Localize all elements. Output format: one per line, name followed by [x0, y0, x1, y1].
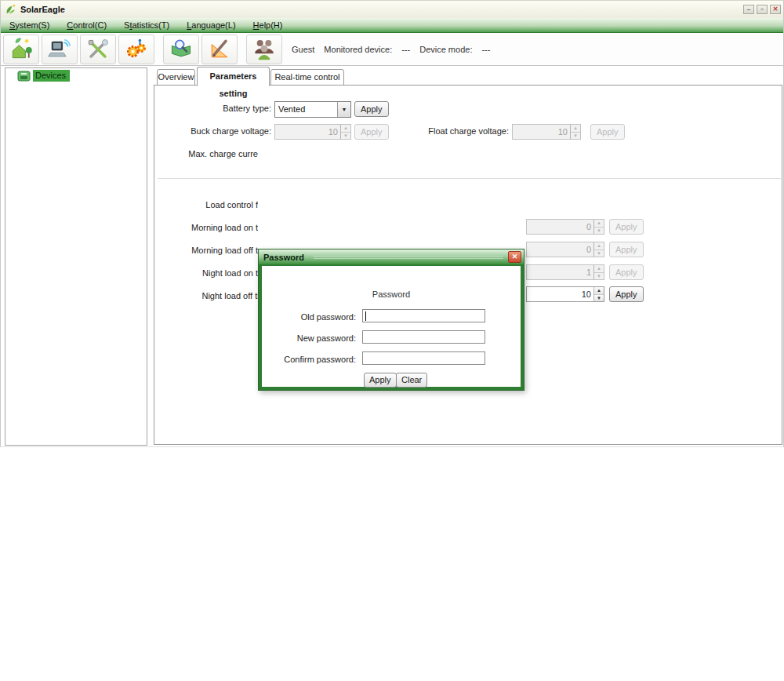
maximize-icon[interactable]	[757, 5, 768, 14]
password-heading: Password	[262, 290, 521, 299]
device-icon	[17, 71, 31, 82]
chevron-down-icon[interactable]: ▼	[337, 102, 350, 117]
dialog-clear-button[interactable]: Clear	[396, 373, 427, 388]
spinner-arrows-icon: ▲▼	[570, 125, 580, 139]
night-load-off-label: Night load off time:	[154, 291, 274, 300]
float-voltage-input: 10▲▼	[512, 124, 581, 140]
section-divider	[158, 178, 781, 179]
search-book-icon	[169, 37, 194, 62]
menu-bar: System(S) Control(C) Statistics(T) Langu…	[1, 18, 783, 33]
battery-type-label: Battery type:	[154, 104, 271, 113]
password-dialog-titlebar[interactable]: Password ✕	[259, 249, 524, 264]
close-icon[interactable]	[770, 5, 781, 14]
menu-help[interactable]: Help(H)	[245, 18, 292, 32]
buck-voltage-label: Buck charge voltage:	[154, 126, 271, 136]
minimize-icon[interactable]	[743, 5, 754, 14]
home-button[interactable]	[3, 35, 39, 64]
battery-type-value: Vented	[275, 102, 337, 117]
right-row3-apply-button: Apply	[609, 264, 644, 280]
battery-type-select[interactable]: Vented ▼	[274, 101, 351, 118]
dialog-apply-button[interactable]: Apply	[364, 373, 397, 388]
right-row2-input: 0▲▼	[526, 242, 604, 257]
old-password-field[interactable]	[362, 309, 485, 322]
load-on-battery-input[interactable]: 10▲▼	[526, 286, 604, 302]
eco-home-icon	[9, 37, 34, 62]
toolbar: Guest Monitored device: --- Device mode:…	[1, 33, 783, 66]
title-bar: SolarEagle	[1, 1, 783, 18]
right-row2-apply-button: Apply	[609, 242, 644, 257]
monitored-device-value: ---	[401, 45, 410, 54]
device-mode-value: ---	[481, 45, 490, 54]
sidebar-item-devices[interactable]: Devices	[17, 70, 70, 82]
max-charge-current-label: Max. charge curre	[154, 149, 258, 158]
right-row1-input: 0▲▼	[526, 219, 604, 235]
device-tree-panel: Devices	[5, 67, 147, 446]
settings-tools-button[interactable]	[80, 35, 116, 64]
new-password-field[interactable]	[362, 330, 485, 344]
new-password-label: New password:	[246, 333, 356, 343]
edit-record-button[interactable]	[201, 35, 238, 64]
confirm-password-field[interactable]	[362, 351, 485, 365]
edit-pen-icon	[207, 37, 232, 62]
toolbar-status: Guest Monitored device: --- Device mode:…	[292, 45, 495, 54]
gears-icon	[124, 37, 149, 62]
device-connect-button[interactable]	[42, 35, 78, 64]
buck-voltage-input: 10▲▼	[274, 124, 351, 140]
menu-language[interactable]: Language(L)	[178, 18, 244, 32]
morning-load-on-label: Morning load on t	[154, 223, 258, 232]
morning-load-off-label: Morning load off t	[154, 246, 258, 255]
spinner-arrows-icon[interactable]: ▲▼	[593, 287, 604, 301]
battery-type-apply-button[interactable]: Apply	[354, 101, 389, 117]
user-role: Guest	[292, 45, 314, 54]
spinner-arrows-icon: ▲▼	[340, 125, 350, 139]
tab-overview[interactable]: Overview	[157, 69, 195, 86]
window-title: SolarEagle	[20, 5, 65, 14]
tab-realtime-control[interactable]: Real-time control	[270, 69, 344, 86]
text-caret	[365, 311, 366, 321]
menu-system[interactable]: System(S)	[1, 18, 58, 32]
spinner-arrows-icon: ▲▼	[593, 220, 604, 234]
password-dialog-title: Password	[259, 253, 304, 262]
users-button[interactable]	[246, 35, 282, 64]
night-load-on-label: Night load on t	[154, 268, 258, 278]
dialog-close-icon[interactable]: ✕	[508, 251, 521, 263]
password-dialog: Password ✕ Password Old password: New pa…	[258, 249, 524, 391]
spinner-arrows-icon: ▲▼	[593, 265, 604, 279]
tools-icon	[85, 37, 111, 62]
confirm-password-label: Confirm password:	[246, 355, 356, 364]
float-voltage-apply-button: Apply	[590, 124, 625, 140]
parameters-button[interactable]	[118, 35, 154, 64]
load-control-label: Load control f	[154, 200, 258, 209]
app-window: SolarEagle System(S) Control(C) Statisti…	[0, 0, 784, 447]
right-row1-apply-button: Apply	[609, 219, 644, 235]
menu-control[interactable]: Control(C)	[58, 18, 115, 32]
tab-parameters-setting[interactable]: Parameters setting	[197, 67, 270, 86]
screen: SolarEagle System(S) Control(C) Statisti…	[0, 0, 784, 681]
users-icon	[252, 37, 277, 62]
laptop-wifi-icon	[47, 37, 72, 62]
device-mode-label: Device mode:	[419, 45, 472, 54]
buck-voltage-apply-button: Apply	[354, 124, 389, 140]
password-dialog-body: Password Old password: New password: Con…	[259, 264, 524, 390]
old-password-label: Old password:	[246, 312, 356, 322]
devices-node-label: Devices	[33, 70, 70, 82]
app-logo-icon	[5, 4, 16, 16]
monitored-device-label: Monitored device:	[324, 45, 392, 54]
monitor-search-button[interactable]	[163, 35, 199, 64]
right-row3-input: 1▲▼	[526, 264, 604, 280]
spinner-arrows-icon: ▲▼	[593, 242, 604, 257]
float-voltage-label: Float charge voltage:	[391, 126, 509, 136]
menu-statistics[interactable]: Statistics(T)	[115, 18, 178, 32]
load-on-battery-apply-button[interactable]: Apply	[609, 286, 644, 302]
